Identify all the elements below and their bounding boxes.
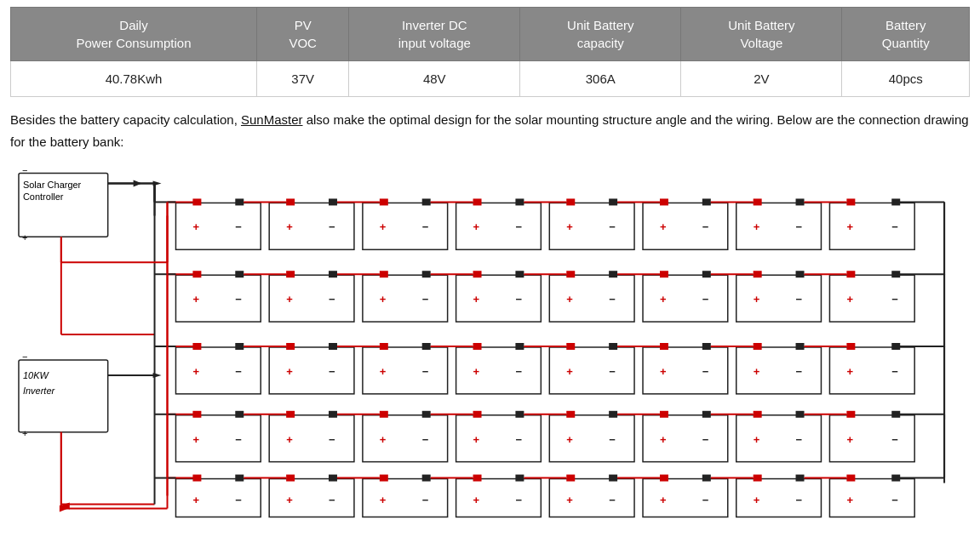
svg-rect-90 <box>473 271 482 277</box>
svg-rect-192 <box>473 411 482 418</box>
svg-text:+: + <box>660 293 667 306</box>
svg-text:−: − <box>796 433 803 446</box>
svg-rect-263 <box>846 475 855 482</box>
svg-rect-153 <box>736 347 822 394</box>
svg-text:+: + <box>660 433 667 446</box>
svg-text:+: + <box>192 293 199 306</box>
svg-text:+: + <box>846 365 853 378</box>
svg-rect-136 <box>380 343 388 350</box>
svg-text:−: − <box>515 293 522 306</box>
svg-rect-212 <box>846 411 855 418</box>
svg-text:−: − <box>702 433 709 446</box>
svg-rect-143 <box>549 347 634 394</box>
battery-r1-c5: + − <box>549 198 634 249</box>
svg-text:−: − <box>235 433 242 446</box>
svg-text:+: + <box>473 365 480 378</box>
battery-r5-c6: + − <box>643 475 728 517</box>
svg-text:−: − <box>609 293 616 306</box>
svg-rect-128 <box>269 347 354 394</box>
inverter-box: 10KW Inverter − + <box>19 351 108 438</box>
svg-text:+: + <box>286 293 293 306</box>
battery-r3-c3: + − <box>363 343 448 394</box>
svg-rect-45 <box>643 203 728 249</box>
svg-rect-207 <box>754 411 762 418</box>
svg-rect-105 <box>754 271 762 277</box>
svg-rect-39 <box>515 198 524 205</box>
svg-rect-254 <box>702 475 711 482</box>
svg-text:10KW: 10KW <box>23 370 50 380</box>
svg-rect-87 <box>456 275 542 322</box>
svg-text:+: + <box>660 220 667 233</box>
svg-rect-29 <box>329 198 337 205</box>
svg-rect-82 <box>363 275 448 322</box>
svg-text:−: − <box>235 365 242 378</box>
svg-rect-148 <box>643 347 728 394</box>
battery-r1-c4: + − <box>456 198 542 249</box>
svg-rect-235 <box>363 479 448 517</box>
svg-rect-100 <box>660 271 668 277</box>
svg-rect-244 <box>515 475 524 482</box>
svg-text:−: − <box>22 165 27 175</box>
svg-rect-132 <box>329 343 337 350</box>
svg-text:Controller: Controller <box>23 191 64 202</box>
svg-text:−: − <box>891 365 898 378</box>
battery-r5-c8: + − <box>829 475 914 517</box>
svg-rect-131 <box>286 343 295 350</box>
brand-name: SunMaster <box>241 112 303 127</box>
svg-text:−: − <box>422 365 429 378</box>
battery-r1-c6: + − <box>643 198 728 249</box>
svg-text:+: + <box>380 365 387 378</box>
battery-r4-c7: + − <box>736 411 822 462</box>
svg-rect-49 <box>702 198 711 205</box>
svg-rect-238 <box>380 475 388 482</box>
svg-rect-80 <box>286 271 295 277</box>
svg-rect-178 <box>235 411 244 418</box>
svg-text:−: − <box>422 433 429 446</box>
battery-r3-c7: + − <box>736 343 822 394</box>
svg-marker-288 <box>153 373 162 378</box>
svg-text:+: + <box>286 220 293 233</box>
svg-text:+: + <box>566 433 573 446</box>
svg-rect-202 <box>660 411 668 418</box>
svg-rect-123 <box>175 347 261 394</box>
header-daily-power: DailyPower Consumption <box>11 8 257 61</box>
battery-r5-c7: + − <box>736 475 822 517</box>
svg-rect-157 <box>796 343 805 350</box>
svg-rect-208 <box>796 411 805 418</box>
svg-text:−: − <box>422 293 429 306</box>
header-battery-quantity: BatteryQuantity <box>842 8 970 61</box>
svg-text:+: + <box>566 365 573 378</box>
description-text: Besides the battery capacity calculation… <box>10 109 970 152</box>
cell-battery-quantity: 40pcs <box>842 61 970 97</box>
svg-rect-250 <box>643 479 728 517</box>
svg-text:−: − <box>702 293 709 306</box>
svg-text:−: − <box>329 433 335 446</box>
svg-rect-156 <box>754 343 762 350</box>
circuit-diagram: Solar Charger Controller − + 10KW Invert… <box>10 164 970 522</box>
svg-text:+: + <box>566 494 573 506</box>
svg-text:−: − <box>891 220 898 233</box>
svg-rect-194 <box>549 415 634 462</box>
svg-rect-48 <box>660 198 668 205</box>
svg-rect-255 <box>736 479 822 517</box>
battery-r4-c3: + − <box>363 411 448 462</box>
svg-text:−: − <box>515 494 522 506</box>
svg-rect-198 <box>609 411 617 418</box>
svg-text:+: + <box>846 433 853 446</box>
svg-text:+: + <box>754 220 760 233</box>
svg-text:−: − <box>515 433 522 446</box>
battery-r2-c3: + − <box>363 271 448 322</box>
svg-text:−: − <box>515 220 522 233</box>
svg-text:−: − <box>235 494 242 506</box>
svg-text:−: − <box>609 220 616 233</box>
svg-rect-233 <box>286 475 295 482</box>
cell-inverter-dc: 48V <box>349 61 520 97</box>
header-pv-voc: PVVOC <box>256 8 348 61</box>
svg-rect-229 <box>235 475 244 482</box>
battery-r3-c8: + − <box>829 343 914 394</box>
svg-rect-179 <box>269 415 354 462</box>
svg-text:+: + <box>192 494 199 506</box>
svg-rect-260 <box>829 479 914 517</box>
svg-text:−: − <box>422 494 429 506</box>
svg-rect-58 <box>846 198 855 205</box>
